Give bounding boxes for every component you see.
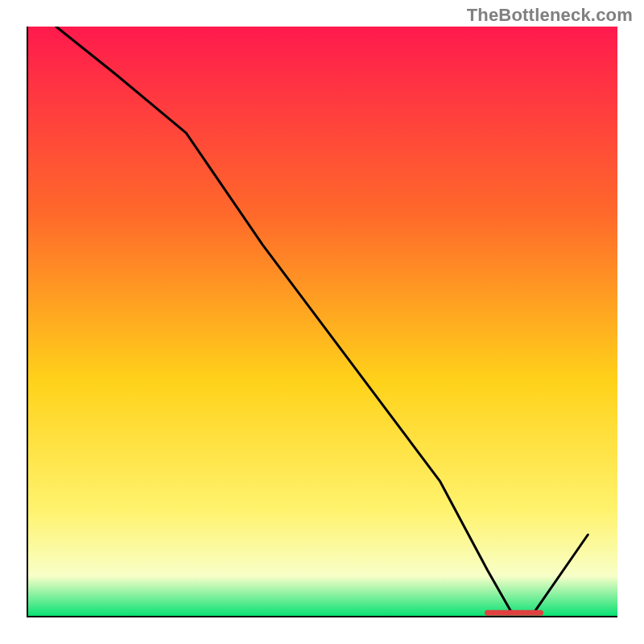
chart-container: TheBottleneck.com <box>0 0 644 644</box>
watermark-text: TheBottleneck.com <box>467 5 633 26</box>
plot-area <box>27 27 617 617</box>
chart-svg <box>27 27 617 617</box>
